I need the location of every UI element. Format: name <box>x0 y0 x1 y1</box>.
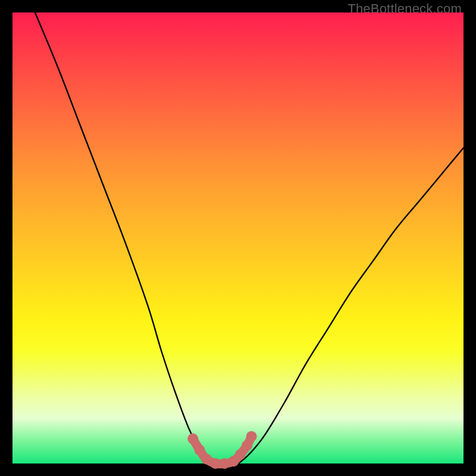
plot-area <box>12 12 464 464</box>
marker-dot <box>195 444 205 455</box>
marker-dot <box>187 433 198 444</box>
marker-dot <box>219 458 230 469</box>
marker-dot <box>246 431 257 442</box>
marker-dot <box>235 449 246 460</box>
highlight-markers <box>187 431 257 469</box>
curve-svg <box>12 12 464 464</box>
chart-frame: TheBottleneck.com <box>0 0 476 476</box>
bottleneck-curve <box>35 12 464 465</box>
